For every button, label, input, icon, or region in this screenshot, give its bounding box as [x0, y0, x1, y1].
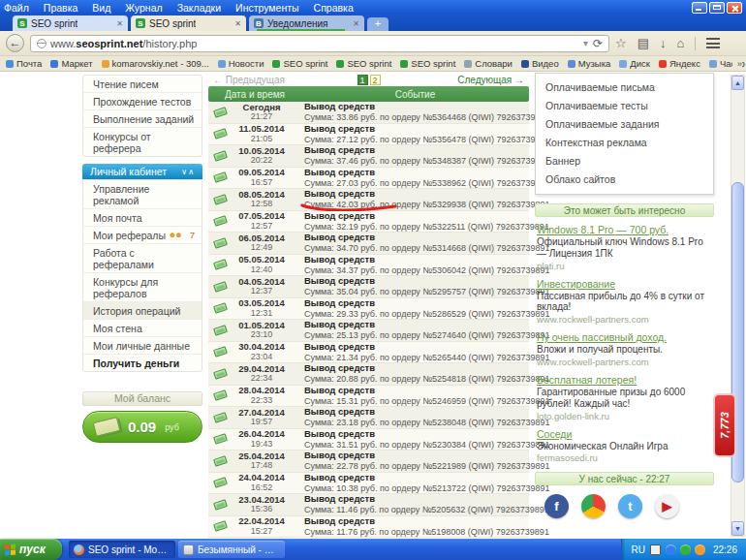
- bookmarks-panel-icon[interactable]: ▤: [637, 36, 649, 50]
- menu-item[interactable]: Инструменты: [235, 2, 298, 14]
- sidebar-item[interactable]: История операций: [83, 302, 202, 320]
- bookmark-item[interactable]: Видео: [521, 58, 559, 69]
- table-row[interactable]: 05.05.2014 12:40 Вывод средств Сумма: 34…: [208, 255, 529, 277]
- keyboard-layout-icon[interactable]: [650, 544, 661, 555]
- ad-title-link[interactable]: Ну очень пассивный доход.: [537, 331, 712, 343]
- menu-item[interactable]: Баннер: [536, 151, 713, 170]
- start-button[interactable]: пуск: [0, 539, 62, 560]
- table-row[interactable]: 08.05.2014 12:58 Вывод средств Сумма: 42…: [208, 189, 529, 211]
- sidebar-item[interactable]: Прохождение тестов: [83, 93, 202, 110]
- menu-item[interactable]: Оплачиваемые тесты: [536, 96, 713, 114]
- bookmarks-overflow-button[interactable]: »: [732, 56, 742, 72]
- clock[interactable]: 22:26: [713, 544, 737, 555]
- vertical-scrollbar[interactable]: ▲ ▼: [730, 75, 745, 537]
- sidebar-item[interactable]: Работа с рефералами: [83, 244, 202, 273]
- bookmark-item[interactable]: SEO sprint: [400, 58, 455, 69]
- url-dropdown-icon[interactable]: ▾: [583, 38, 588, 48]
- bookmark-item[interactable]: Почта: [6, 58, 42, 69]
- sidebar-item[interactable]: Конкурсы для рефералов: [83, 273, 202, 302]
- menu-item[interactable]: Справка: [314, 2, 354, 14]
- social-icon[interactable]: [581, 494, 606, 518]
- table-row[interactable]: 28.04.2014 22:33 Вывод средств Сумма: 15…: [208, 386, 529, 408]
- bookmark-item[interactable]: Новости: [218, 58, 264, 69]
- menu-item[interactable]: Файл: [4, 2, 29, 14]
- sidebar-item[interactable]: Получить деньги: [83, 355, 202, 371]
- cabinet-section-header[interactable]: Личный кабинет ∨∧: [82, 164, 202, 179]
- scroll-up-arrow-icon[interactable]: ▲: [731, 76, 744, 90]
- table-row[interactable]: 01.05.2014 23:10 Вывод средств Сумма: 25…: [208, 320, 529, 342]
- menu-hamburger-icon[interactable]: [706, 38, 720, 48]
- tab-close-icon[interactable]: ✕: [234, 19, 241, 28]
- sidebar-item[interactable]: Моя стена: [83, 320, 202, 337]
- table-row[interactable]: 04.05.2014 12:37 Вывод средств Сумма: 35…: [208, 276, 529, 298]
- sidebar-item[interactable]: Моя почта: [83, 209, 202, 227]
- table-row[interactable]: 22.04.2014 15:27 Вывод средств Сумма: 11…: [208, 516, 529, 539]
- back-button[interactable]: ←: [6, 34, 24, 52]
- pagination-next[interactable]: Следующая →: [457, 75, 524, 85]
- table-row[interactable]: 06.05.2014 12:49 Вывод средств Сумма: 34…: [208, 233, 529, 255]
- sidebar-item[interactable]: Конкурсы от реферера: [83, 128, 202, 156]
- social-icon[interactable]: t: [618, 494, 642, 518]
- tab-close-icon[interactable]: ✕: [116, 19, 123, 28]
- pagination-page[interactable]: 1: [357, 75, 367, 85]
- table-row[interactable]: 10.05.2014 20:22 Вывод средств Сумма: 37…: [208, 145, 529, 168]
- pagination-prev[interactable]: ← Предыдущая: [213, 75, 285, 85]
- menu-item[interactable]: Оплачиваемые письма: [536, 78, 713, 96]
- bookmark-item[interactable]: Яндекс: [659, 58, 700, 69]
- menu-item[interactable]: Журнал: [125, 2, 162, 14]
- reload-icon[interactable]: ⟳: [593, 37, 603, 50]
- tray-app-icon[interactable]: [680, 544, 691, 555]
- downloads-icon[interactable]: ↓: [660, 36, 667, 50]
- sidebar-item[interactable]: Мои рефералы ☻☻ 7: [83, 227, 202, 244]
- menu-item[interactable]: Правка: [44, 2, 78, 14]
- language-indicator[interactable]: RU: [632, 544, 645, 555]
- counter-banner[interactable]: 7,773: [713, 393, 736, 457]
- balance-button[interactable]: 0.09 руб: [82, 411, 202, 443]
- taskbar-window-button[interactable]: SEO sprint - Mozilla Fi...: [69, 541, 175, 558]
- tab-close-icon[interactable]: ✕: [353, 19, 359, 28]
- table-row[interactable]: 29.04.2014 22:34 Вывод средств Сумма: 20…: [208, 363, 529, 386]
- bookmark-item[interactable]: komarovskiy.net - 309...: [102, 58, 209, 69]
- sidebar-item[interactable]: Выполнение заданий: [83, 110, 202, 128]
- tray-app-icon[interactable]: [666, 544, 676, 555]
- bookmark-item[interactable]: SEO sprint: [272, 58, 327, 69]
- minimize-button[interactable]: [692, 2, 707, 14]
- chevron-toggle-icon[interactable]: ∨∧: [181, 168, 195, 176]
- table-row[interactable]: 09.05.2014 16:57 Вывод средств Сумма: 27…: [208, 168, 529, 190]
- menu-item[interactable]: Оплачиваемые задания: [536, 114, 713, 133]
- table-row[interactable]: 25.04.2014 17:48 Вывод средств Сумма: 22…: [208, 451, 529, 473]
- menu-item[interactable]: Контекстная реклама: [536, 133, 713, 151]
- table-row[interactable]: Сегодня 21:27 Вывод средств Сумма: 33.86…: [208, 102, 529, 124]
- new-tab-button[interactable]: +: [367, 17, 389, 31]
- bookmark-star-icon[interactable]: ☆: [615, 36, 627, 50]
- taskbar-window-button[interactable]: Безымянный - Paint: [178, 541, 285, 558]
- table-row[interactable]: 07.05.2014 12:57 Вывод средств Сумма: 32…: [208, 211, 529, 233]
- table-row[interactable]: 30.04.2014 23:04 Вывод средств Сумма: 21…: [208, 342, 529, 364]
- table-row[interactable]: 11.05.2014 21:05 Вывод средств Сумма: 27…: [208, 124, 529, 146]
- ad-title-link[interactable]: Windows 8.1 Pro — 700 руб.: [537, 224, 712, 235]
- social-icon[interactable]: f: [544, 494, 569, 518]
- tray-app-icon[interactable]: [695, 544, 705, 555]
- sidebar-item[interactable]: Управление рекламой: [83, 180, 202, 209]
- address-bar[interactable]: www.seosprint.net/history.php ▾ ⟳: [30, 35, 609, 52]
- sidebar-item[interactable]: Мои личные данные: [83, 337, 202, 355]
- browser-tab[interactable]: S SEO sprint ✕: [131, 16, 246, 31]
- home-icon[interactable]: ⌂: [676, 36, 684, 50]
- ad-title-link[interactable]: Бесплатная лотерея!: [537, 374, 712, 386]
- social-icon[interactable]: ▶: [655, 494, 679, 518]
- menu-item[interactable]: Закладки: [177, 2, 221, 14]
- bookmark-item[interactable]: Диск: [619, 58, 650, 69]
- bookmark-item[interactable]: Музыка: [568, 58, 611, 69]
- table-row[interactable]: 27.04.2014 19:57 Вывод средств Сумма: 23…: [208, 407, 529, 429]
- bookmark-item[interactable]: Маркет: [50, 58, 92, 69]
- pagination-page[interactable]: 2: [370, 75, 381, 85]
- scroll-down-arrow-icon[interactable]: ▼: [731, 521, 744, 536]
- menu-item[interactable]: Облако сайтов: [536, 170, 713, 188]
- browser-tab[interactable]: В Уведомления ✕: [249, 16, 364, 31]
- browser-tab[interactable]: S SEO sprint ✕: [13, 16, 128, 31]
- maximize-button[interactable]: [709, 2, 725, 14]
- menu-item[interactable]: Вид: [92, 2, 110, 14]
- ad-title-link[interactable]: Инвестирование: [537, 278, 712, 290]
- table-row[interactable]: 24.04.2014 16:52 Вывод средств Сумма: 10…: [208, 473, 529, 495]
- table-row[interactable]: 26.04.2014 19:43 Вывод средств Сумма: 31…: [208, 429, 529, 451]
